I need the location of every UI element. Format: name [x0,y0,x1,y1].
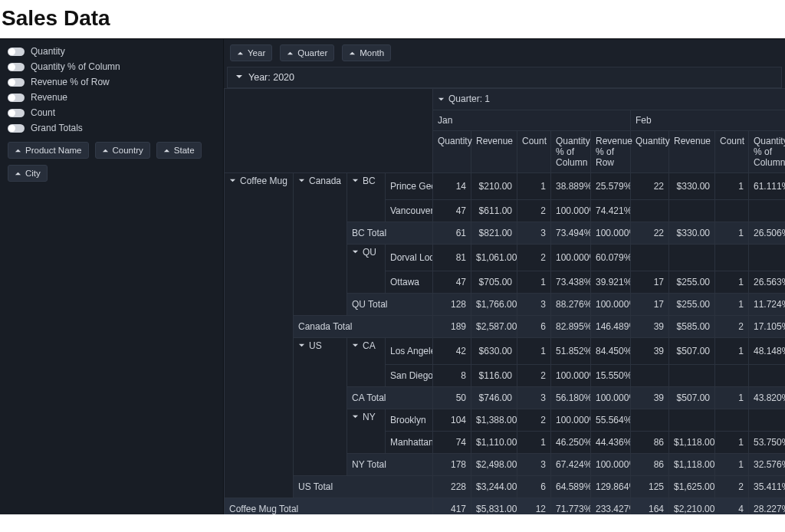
data-cell: 55.564% [591,409,631,431]
product-cell[interactable]: Coffee Mug [225,172,294,498]
toggle-label: Count [31,107,55,118]
data-cell: 1 [715,453,749,475]
city-cell: Vancouver [386,199,433,222]
grid-row: USCALos Angeles42$630.00151.852%84.450%3… [225,337,786,364]
data-cell: 1 [715,293,749,315]
data-cell: 32.576% [749,453,786,475]
data-cell: $330.00 [669,172,715,199]
col-field-quarter[interactable]: Quarter [280,44,334,61]
data-cell [631,409,669,431]
col-field-year[interactable]: Year [230,44,272,61]
data-cell: 17 [631,293,669,315]
data-cell [715,364,749,386]
data-cell: 26.506% [749,222,786,244]
country-cell[interactable]: US [294,337,347,475]
toggle-switch-icon[interactable] [8,48,25,56]
quarter-expander[interactable]: Quarter: 1 [438,94,490,104]
data-cell: 81 [433,244,471,271]
data-cell [715,199,749,222]
data-cell: 129.864% [591,475,631,498]
data-cell: 74 [433,431,471,453]
data-cell: 38.889% [551,172,591,199]
data-cell: 100.000% [551,409,591,431]
data-cell: 3 [517,453,551,475]
data-cell: 39 [631,386,669,409]
toggle-switch-icon[interactable] [8,124,25,133]
measure-header: Quantity % of Column [551,131,590,172]
data-cell: $2,498.00 [471,453,517,475]
state-total-label: CA Total [347,386,433,409]
data-cell: 6 [517,315,551,337]
data-cell: $1,118.00 [669,453,715,475]
data-cell: 46.250% [551,431,591,453]
data-cell: 2 [517,244,551,271]
row-field-city[interactable]: City [8,165,48,182]
data-cell: $611.00 [471,199,517,222]
data-cell: 2 [715,315,749,337]
data-cell: 125 [631,475,669,498]
measure-header: Quantity [631,131,668,151]
measure-toggle-5[interactable]: Grand Totals [8,122,215,134]
toggle-switch-icon[interactable] [8,109,25,117]
data-cell [669,364,715,386]
data-cell [749,199,786,222]
state-total-label: QU Total [347,293,433,315]
data-cell: 28.227% [749,498,786,514]
data-cell: 11.724% [749,293,786,315]
data-cell: 39.921% [591,271,631,293]
month-feb: Feb [631,110,785,130]
measure-toggle-0[interactable]: Quantity [8,45,215,57]
data-cell [715,244,749,271]
toggle-switch-icon[interactable] [8,94,25,102]
data-cell: $255.00 [669,293,715,315]
country-total-label: US Total [294,475,433,498]
grid-row: Coffee Mug Total417$5,831.001271.773%233… [225,498,786,514]
data-cell: 82.895% [551,315,591,337]
state-total-label: BC Total [347,222,433,244]
data-cell: $507.00 [669,337,715,364]
data-cell: $507.00 [669,386,715,409]
data-cell: 1 [715,271,749,293]
data-cell: $2,587.00 [471,315,517,337]
data-cell: $585.00 [669,315,715,337]
state-cell[interactable]: CA [347,337,386,386]
quarter-label: Quarter: 1 [448,94,490,104]
product-total-label: Coffee Mug Total [225,498,433,514]
state-cell[interactable]: NY [347,409,386,453]
data-cell: 53.750% [749,431,786,453]
data-cell: 3 [517,222,551,244]
city-cell: Los Angeles [386,337,433,364]
city-cell: Prince George [386,172,433,199]
data-cell: 1 [715,431,749,453]
measure-header: Quantity % of Column [749,131,785,172]
data-cell: $210.00 [471,172,517,199]
data-cell: 50 [433,386,471,409]
data-cell: 417 [433,498,471,514]
state-cell[interactable]: QU [347,244,386,293]
row-field-product-name[interactable]: Product Name [8,142,89,159]
data-cell: 60.079% [591,244,631,271]
data-cell: 104 [433,409,471,431]
data-cell: 39 [631,315,669,337]
state-cell[interactable]: BC [347,172,386,222]
data-cell: 71.773% [551,498,591,514]
year-group-header[interactable]: Year: 2020 [227,67,782,88]
measure-toggle-4[interactable]: Count [8,107,215,119]
row-field-country[interactable]: Country [95,142,150,159]
data-cell: $1,118.00 [669,431,715,453]
measure-toggle-1[interactable]: Quantity % of Column [8,61,215,73]
data-cell: 178 [433,453,471,475]
city-cell: Manhattan [386,431,433,453]
toggle-switch-icon[interactable] [8,63,25,71]
col-field-month[interactable]: Month [342,44,391,61]
data-cell: 100.000% [591,386,631,409]
toggle-switch-icon[interactable] [8,78,25,87]
measure-toggle-2[interactable]: Revenue % of Row [8,76,215,88]
data-cell: $3,244.00 [471,475,517,498]
data-cell [631,364,669,386]
country-cell[interactable]: Canada [294,172,347,315]
data-cell: 6 [517,475,551,498]
pivot-table: Quarter: 1 Quarter: 1 Total Jan Feb Quan… [224,88,785,514]
measure-toggle-3[interactable]: Revenue [8,91,215,103]
row-field-state[interactable]: State [156,142,202,159]
